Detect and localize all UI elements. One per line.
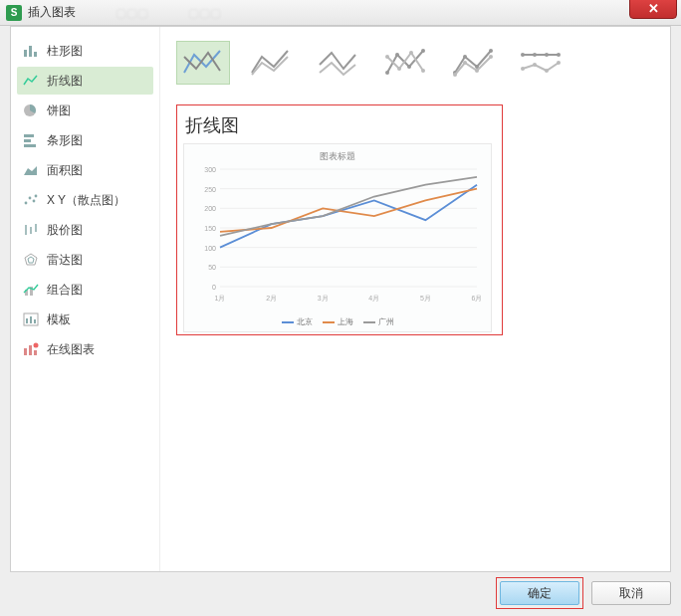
cancel-button[interactable]: 取消 [591, 581, 671, 605]
sidebar-item-column[interactable]: 柱形图 [17, 37, 153, 65]
sidebar-item-scatter[interactable]: X Y（散点图） [17, 186, 153, 214]
svg-rect-21 [30, 316, 32, 323]
svg-point-38 [489, 49, 493, 53]
svg-rect-5 [24, 139, 31, 142]
sidebar-item-label: 条形图 [47, 132, 83, 149]
template-icon [23, 312, 39, 326]
background-tab: ▢▢▢ [115, 6, 148, 20]
svg-point-8 [25, 202, 28, 205]
svg-point-36 [463, 55, 467, 59]
app-icon: S [6, 5, 22, 21]
sidebar-item-label: 折线图 [47, 73, 83, 90]
sidebar-item-label: 在线图表 [47, 341, 95, 358]
svg-text:50: 50 [208, 264, 216, 271]
svg-point-28 [395, 53, 399, 57]
sidebar-item-label: 组合图 [47, 282, 83, 299]
svg-text:2月: 2月 [266, 295, 277, 302]
column-icon [23, 44, 39, 58]
sidebar-item-label: 股价图 [47, 222, 83, 239]
svg-point-10 [33, 200, 36, 203]
sidebar-item-stock[interactable]: 股价图 [17, 216, 153, 244]
scatter-icon [23, 193, 39, 207]
subtype-line-stacked[interactable] [244, 41, 298, 85]
legend-label: 广州 [378, 316, 394, 327]
svg-point-42 [489, 55, 493, 59]
svg-text:3月: 3月 [318, 295, 329, 302]
svg-point-31 [385, 55, 389, 59]
svg-text:1月: 1月 [215, 295, 226, 302]
subtype-line-markers-stacked[interactable] [447, 41, 501, 85]
sidebar-item-label: 饼图 [47, 103, 71, 119]
chart-category-sidebar: 柱形图折线图饼图条形图面积图X Y（散点图）股价图雷达图组合图模板在线图表 [11, 27, 160, 571]
svg-point-48 [533, 63, 537, 67]
svg-text:4月: 4月 [368, 295, 379, 302]
legend-swatch-icon [363, 321, 375, 323]
svg-marker-16 [28, 257, 34, 263]
svg-rect-2 [34, 52, 37, 57]
svg-point-50 [557, 61, 561, 65]
area-icon [23, 163, 39, 177]
sidebar-item-label: 柱形图 [47, 43, 83, 60]
sidebar-item-label: 模板 [47, 311, 71, 328]
svg-rect-22 [34, 319, 36, 323]
dialog-body: 柱形图折线图饼图条形图面积图X Y（散点图）股价图雷达图组合图模板在线图表 折线… [10, 26, 671, 572]
sidebar-item-label: 雷达图 [47, 252, 83, 269]
chart-subtype-row [176, 41, 654, 85]
sidebar-item-template[interactable]: 模板 [17, 306, 153, 333]
legend-item: 北京 [282, 316, 313, 327]
dialog-footer: 确定 取消 [10, 576, 671, 610]
svg-point-45 [545, 53, 549, 57]
svg-point-33 [409, 51, 413, 55]
svg-point-30 [421, 49, 425, 53]
svg-text:300: 300 [204, 166, 216, 173]
svg-point-44 [533, 53, 537, 57]
svg-point-34 [421, 69, 425, 73]
svg-rect-25 [34, 350, 37, 355]
svg-rect-24 [29, 345, 32, 355]
svg-rect-1 [29, 46, 32, 57]
chart-preview: 图表标题 0501001502002503001月2月3月4月5月6月 北京上海… [183, 143, 492, 332]
window-title: 插入图表 [28, 4, 76, 21]
ok-button-highlight: 确定 [496, 577, 583, 609]
legend-swatch-icon [282, 321, 294, 323]
svg-text:150: 150 [204, 225, 216, 232]
ok-button[interactable]: 确定 [500, 581, 579, 605]
sidebar-item-line[interactable]: 折线图 [17, 67, 153, 95]
legend-item: 上海 [323, 316, 353, 327]
chart-legend: 北京上海广州 [194, 316, 481, 327]
svg-text:5月: 5月 [420, 295, 431, 302]
svg-rect-0 [24, 50, 27, 57]
sidebar-item-online[interactable]: 在线图表 [17, 335, 153, 363]
legend-label: 北京 [297, 316, 313, 327]
sidebar-item-combo[interactable]: 组合图 [17, 276, 153, 304]
chart-title: 图表标题 [194, 150, 481, 163]
subtype-line-markers-percent[interactable] [515, 41, 568, 85]
sidebar-item-area[interactable]: 面积图 [17, 156, 153, 184]
svg-point-40 [463, 61, 467, 65]
svg-point-26 [34, 343, 39, 348]
close-icon: ✕ [648, 1, 659, 16]
online-icon [23, 342, 39, 356]
line-icon [23, 74, 39, 88]
svg-text:6月: 6月 [472, 295, 483, 302]
pie-icon [23, 103, 39, 117]
legend-label: 上海 [338, 316, 353, 327]
preview-title: 折线图 [185, 113, 496, 137]
background-tab: ▢▢▢ [188, 6, 221, 20]
legend-swatch-icon [323, 321, 335, 323]
svg-text:250: 250 [204, 186, 216, 193]
close-button[interactable]: ✕ [629, 0, 677, 19]
svg-rect-20 [26, 318, 28, 323]
sidebar-item-bar[interactable]: 条形图 [17, 126, 153, 154]
svg-point-29 [407, 65, 411, 69]
legend-item: 广州 [363, 316, 394, 327]
svg-point-39 [453, 73, 457, 77]
svg-point-32 [397, 67, 401, 71]
sidebar-item-radar[interactable]: 雷达图 [17, 246, 153, 274]
subtype-line-percent[interactable] [312, 41, 365, 85]
subtype-line-basic[interactable] [176, 41, 230, 85]
svg-point-49 [545, 69, 549, 73]
sidebar-item-pie[interactable]: 饼图 [17, 97, 153, 124]
subtype-line-markers[interactable] [379, 41, 433, 85]
svg-point-11 [35, 195, 38, 198]
